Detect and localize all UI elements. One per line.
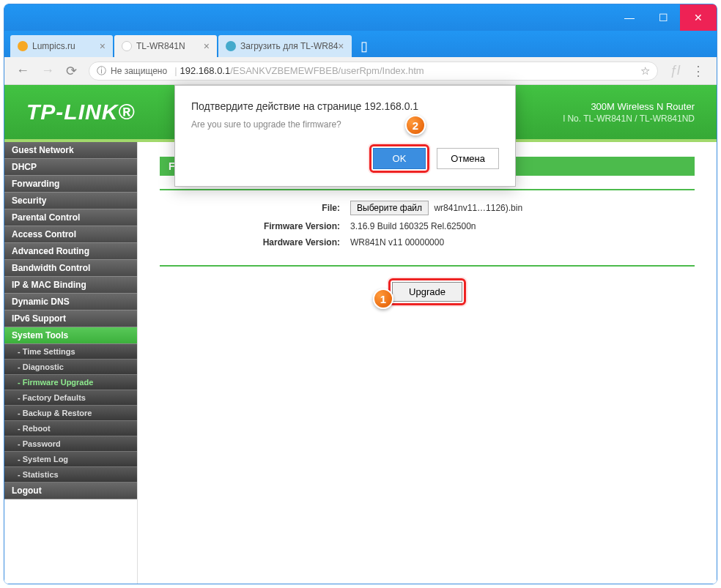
sidebar-nav: Guest Network DHCP Forwarding Security P… bbox=[4, 142, 138, 584]
browser-tabbar: Lumpics.ru × TL-WR841N × Загрузить для T… bbox=[4, 31, 717, 57]
bookmark-star-icon[interactable]: ☆ bbox=[640, 64, 650, 78]
forward-button[interactable]: → bbox=[35, 63, 60, 78]
divider bbox=[160, 189, 695, 190]
browser-tab[interactable]: Загрузить для TL-WR84 × bbox=[218, 35, 352, 57]
file-label: File: bbox=[160, 203, 350, 213]
step-badge-1: 1 bbox=[373, 289, 393, 309]
extension-icon[interactable]: ƒl bbox=[664, 63, 686, 78]
hardware-version-value: WR841N v11 00000000 bbox=[350, 237, 444, 248]
reload-button[interactable]: ⟳ bbox=[60, 63, 83, 79]
window-minimize-button[interactable]: — bbox=[613, 4, 646, 31]
main-content: Firmware Upgrade File: Выберите файл wr8… bbox=[138, 142, 717, 584]
new-tab-button[interactable]: ▯ bbox=[353, 35, 375, 57]
sidebar-item-ip-mac-binding[interactable]: IP & MAC Binding bbox=[4, 277, 137, 294]
url-field[interactable]: ⓘ Не защищено | 192.168.0.1 /ESANKVZBEME… bbox=[89, 62, 658, 81]
close-tab-icon[interactable]: × bbox=[204, 40, 210, 52]
url-path: /ESANKVZBEMEWFBEB/userRpm/Index.htm bbox=[230, 65, 424, 76]
upgrade-button[interactable]: Upgrade bbox=[392, 282, 462, 302]
favicon-icon bbox=[226, 41, 236, 51]
sidebar-item-bandwidth-control[interactable]: Bandwidth Control bbox=[4, 260, 137, 277]
sidebar-sub-backup-restore[interactable]: - Backup & Restore bbox=[4, 406, 137, 421]
step-badge-2: 2 bbox=[405, 115, 426, 135]
sidebar-item-advanced-routing[interactable]: Advanced Routing bbox=[4, 243, 137, 260]
sidebar-item-access-control[interactable]: Access Control bbox=[4, 226, 137, 243]
sidebar-sub-firmware-upgrade[interactable]: - Firmware Upgrade bbox=[4, 375, 137, 390]
window-close-button[interactable]: ✕ bbox=[680, 4, 717, 31]
sidebar-sub-diagnostic[interactable]: - Diagnostic bbox=[4, 360, 137, 375]
sidebar-item-security[interactable]: Security bbox=[4, 193, 137, 209]
browser-address-bar: ← → ⟳ ⓘ Не защищено | 192.168.0.1 /ESANK… bbox=[4, 57, 717, 85]
sidebar-item-dhcp[interactable]: DHCP bbox=[4, 159, 137, 176]
highlight-annotation: Upgrade bbox=[388, 278, 466, 305]
sidebar-item-guest-network[interactable]: Guest Network bbox=[4, 142, 137, 159]
window-titlebar: — ☐ ✕ bbox=[4, 4, 717, 31]
window-maximize-button[interactable]: ☐ bbox=[646, 4, 680, 31]
sidebar-sub-factory-defaults[interactable]: - Factory Defaults bbox=[4, 390, 137, 406]
sidebar-item-system-tools[interactable]: System Tools bbox=[4, 327, 137, 344]
security-label: Не защищено bbox=[111, 66, 167, 76]
firmware-version-label: Firmware Version: bbox=[160, 221, 350, 231]
sidebar-item-logout[interactable]: Logout bbox=[4, 483, 137, 499]
favicon-icon bbox=[18, 41, 28, 51]
browser-tab-active[interactable]: TL-WR841N × bbox=[114, 35, 217, 57]
close-tab-icon[interactable]: × bbox=[100, 40, 106, 52]
sidebar-item-ipv6-support[interactable]: IPv6 Support bbox=[4, 310, 137, 327]
info-icon: ⓘ bbox=[97, 64, 106, 78]
product-name: 300M Wireless N Router bbox=[563, 101, 695, 112]
tab-title: Lumpics.ru bbox=[32, 41, 75, 51]
chosen-file-name: wr841nv11…1126).bin bbox=[434, 203, 522, 213]
firmware-version-value: 3.16.9 Build 160325 Rel.62500n bbox=[350, 221, 476, 231]
dialog-cancel-button[interactable]: Отмена bbox=[437, 148, 499, 169]
back-button[interactable]: ← bbox=[10, 63, 35, 78]
tab-title: Загрузить для TL-WR84 bbox=[240, 41, 338, 51]
confirm-dialog: Подтвердите действие на странице 192.168… bbox=[174, 85, 516, 187]
browser-tab[interactable]: Lumpics.ru × bbox=[10, 35, 113, 57]
dialog-ok-button[interactable]: OK bbox=[373, 148, 426, 169]
tab-title: TL-WR841N bbox=[136, 41, 185, 51]
highlight-annotation: OK bbox=[369, 144, 430, 173]
close-tab-icon[interactable]: × bbox=[338, 40, 344, 52]
choose-file-button[interactable]: Выберите файл bbox=[350, 201, 429, 215]
url-host: 192.168.0.1 bbox=[180, 65, 231, 76]
logo: TP-LINK® bbox=[26, 100, 135, 124]
favicon-icon bbox=[122, 41, 132, 51]
sidebar-item-dynamic-dns[interactable]: Dynamic DNS bbox=[4, 294, 137, 310]
hardware-version-label: Hardware Version: bbox=[160, 237, 350, 248]
sidebar-sub-statistics[interactable]: - Statistics bbox=[4, 467, 137, 483]
dialog-title: Подтвердите действие на странице 192.168… bbox=[191, 100, 499, 112]
sidebar-sub-time-settings[interactable]: - Time Settings bbox=[4, 344, 137, 360]
browser-menu-icon[interactable]: ⋮ bbox=[686, 63, 711, 79]
model-number: l No. TL-WR841N / TL-WR841ND bbox=[563, 113, 695, 124]
sidebar-sub-system-log[interactable]: - System Log bbox=[4, 452, 137, 467]
dialog-message: Are you sure to upgrade the firmware? bbox=[191, 119, 499, 130]
divider bbox=[160, 265, 695, 267]
sidebar-sub-password[interactable]: - Password bbox=[4, 436, 137, 452]
sidebar-item-parental-control[interactable]: Parental Control bbox=[4, 209, 137, 226]
sidebar-item-forwarding[interactable]: Forwarding bbox=[4, 176, 137, 193]
sidebar-sub-reboot[interactable]: - Reboot bbox=[4, 421, 137, 436]
